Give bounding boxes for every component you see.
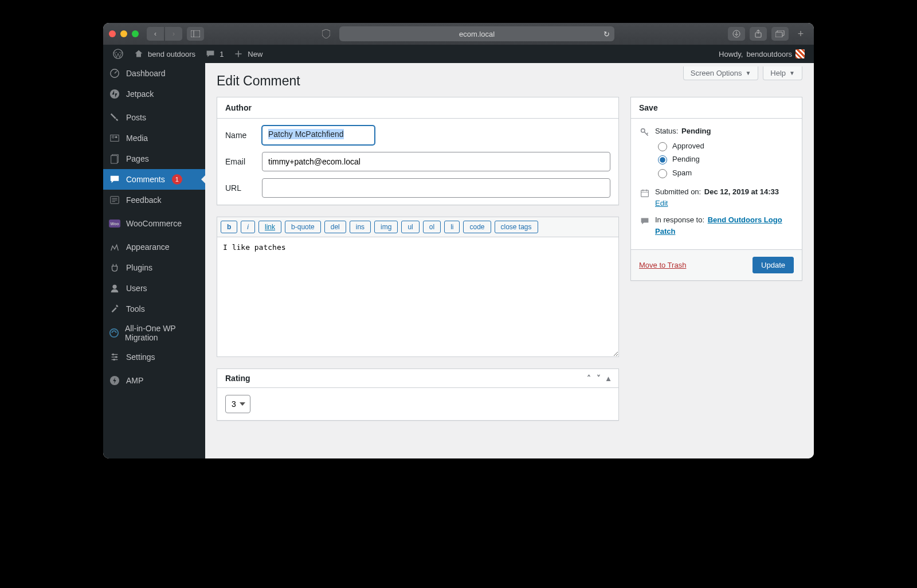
svg-rect-9	[111, 135, 119, 142]
quicktag-img[interactable]: img	[374, 221, 398, 233]
svg-point-20	[112, 285, 116, 289]
svg-point-29	[641, 129, 645, 132]
site-name-menu[interactable]: bend outdoors	[128, 45, 200, 63]
rating-heading: Rating	[225, 374, 250, 383]
comment-editor: bilinkb-quotedelinsimgulollicodeclose ta…	[217, 217, 619, 357]
content-area: Screen Options ▼ Help ▼ Edit Comment Aut…	[205, 63, 814, 458]
quicktag-del[interactable]: del	[324, 221, 346, 233]
new-tab-button[interactable]: +	[793, 26, 808, 41]
toggle-icon[interactable]: ▴	[606, 374, 610, 383]
sidebar-item-users[interactable]: Users	[103, 278, 205, 299]
quicktag-ins[interactable]: ins	[350, 221, 371, 233]
move-up-icon[interactable]: ˄	[587, 374, 591, 383]
save-postbox: Save Status: Pending Approv	[630, 97, 802, 281]
forward-button[interactable]: ›	[165, 27, 182, 41]
svg-point-11	[112, 136, 115, 138]
rating-select[interactable]: 3	[225, 395, 250, 413]
move-to-trash-link[interactable]: Move to Trash	[639, 261, 686, 269]
back-button[interactable]: ‹	[147, 27, 164, 41]
sidebar-item-settings[interactable]: Settings	[103, 347, 205, 367]
users-icon	[109, 283, 120, 294]
plugins-icon	[109, 262, 120, 273]
update-button[interactable]: Update	[753, 257, 794, 273]
quicktag-li[interactable]: li	[444, 221, 460, 233]
zoom-window-icon[interactable]	[132, 30, 139, 37]
submitted-label: Submitted on:	[655, 187, 701, 196]
sidebar-item-label: Jetpack	[126, 89, 154, 99]
comments-icon	[109, 174, 120, 185]
sidebar-item-label: Posts	[126, 113, 146, 122]
my-account-menu[interactable]: Howdy, bendoutdoors	[714, 45, 809, 63]
email-input[interactable]	[262, 152, 610, 171]
url-text: ecom.local	[459, 30, 495, 38]
svg-point-27	[113, 359, 115, 361]
tabs-button[interactable]	[771, 27, 789, 41]
name-label: Name	[225, 131, 262, 140]
new-content-menu[interactable]: New	[228, 45, 267, 63]
sidebar-item-feedback[interactable]: Feedback	[103, 190, 205, 210]
svg-point-8	[110, 89, 119, 99]
downloads-button[interactable]	[728, 27, 745, 41]
help-button[interactable]: Help ▼	[763, 66, 802, 80]
quicktag-b-quote[interactable]: b-quote	[285, 221, 321, 233]
sidebar-item-comments[interactable]: Comments1	[103, 169, 205, 190]
status-value: Pending	[681, 127, 711, 135]
sidebar-item-pages[interactable]: Pages	[103, 148, 205, 169]
share-button[interactable]	[750, 27, 767, 41]
quicktag-link[interactable]: link	[258, 221, 281, 233]
status-pending-radio[interactable]: Pending	[655, 154, 711, 165]
svg-rect-5	[775, 32, 782, 37]
quicktag-ol[interactable]: ol	[423, 221, 441, 233]
move-down-icon[interactable]: ˅	[597, 374, 601, 383]
author-postbox: Author Name Patchy McPatchfiend	[217, 97, 619, 205]
sidebar-item-all-in-one-wp-migration[interactable]: All-in-One WP Migration	[103, 319, 205, 347]
url-input[interactable]	[262, 178, 610, 198]
quicktag-b[interactable]: b	[221, 221, 237, 233]
sidebar-item-label: Dashboard	[126, 69, 166, 78]
sidebar-toggle-button[interactable]	[187, 27, 204, 41]
safari-toolbar: ‹ › ecom.local ↻ +	[103, 23, 814, 45]
sidebar-item-jetpack[interactable]: Jetpack	[103, 84, 205, 104]
status-approved-radio[interactable]: Approved	[655, 140, 711, 152]
screen-options-button[interactable]: Screen Options ▼	[683, 66, 759, 80]
wp-logo-menu[interactable]	[108, 45, 128, 63]
wp-admin-bar: bend outdoors 1 New Howdy, bendoutdoors	[103, 45, 814, 63]
sidebar-item-woocommerce[interactable]: WooWooCommerce	[103, 213, 205, 234]
posts-icon	[109, 112, 120, 123]
quicktag-ul[interactable]: ul	[401, 221, 419, 233]
quicktag-i[interactable]: i	[241, 221, 255, 233]
svg-rect-30	[641, 190, 649, 197]
howdy-prefix: Howdy,	[719, 50, 743, 58]
minimize-window-icon[interactable]	[120, 30, 127, 37]
name-input[interactable]	[262, 126, 375, 145]
calendar-icon	[639, 187, 650, 199]
sidebar-item-label: Appearance	[126, 242, 170, 252]
pages-icon	[109, 153, 120, 164]
chevron-down-icon: ▼	[789, 70, 795, 76]
svg-text:Woo: Woo	[110, 222, 119, 226]
sidebar-item-amp[interactable]: AMP	[103, 370, 205, 391]
sidebar-item-dashboard[interactable]: Dashboard	[103, 63, 205, 84]
sidebar-item-media[interactable]: Media	[103, 128, 205, 148]
url-bar[interactable]: ecom.local ↻	[339, 26, 614, 41]
comment-textarea[interactable]	[217, 237, 619, 357]
username: bendoutdoors	[746, 50, 792, 58]
sidebar-item-label: Users	[126, 284, 147, 293]
media-icon	[109, 132, 120, 144]
reload-icon[interactable]: ↻	[604, 30, 610, 38]
sidebar-item-plugins[interactable]: Plugins	[103, 257, 205, 278]
submitted-value: Dec 12, 2019 at 14:33	[704, 187, 779, 196]
edit-timestamp-link[interactable]: Edit	[655, 199, 668, 207]
author-heading: Author	[217, 97, 618, 119]
sidebar-item-label: Settings	[126, 352, 155, 362]
comments-menu[interactable]: 1	[200, 45, 228, 63]
shield-icon[interactable]	[318, 27, 335, 41]
top-option-buttons: Screen Options ▼ Help ▼	[683, 66, 802, 80]
status-spam-radio[interactable]: Spam	[655, 167, 711, 179]
sidebar-item-appearance[interactable]: Appearance	[103, 237, 205, 257]
quicktag-close-tags[interactable]: close tags	[495, 221, 538, 233]
close-window-icon[interactable]	[109, 30, 116, 37]
sidebar-item-tools[interactable]: Tools	[103, 299, 205, 319]
quicktag-code[interactable]: code	[463, 221, 491, 233]
sidebar-item-posts[interactable]: Posts	[103, 107, 205, 128]
